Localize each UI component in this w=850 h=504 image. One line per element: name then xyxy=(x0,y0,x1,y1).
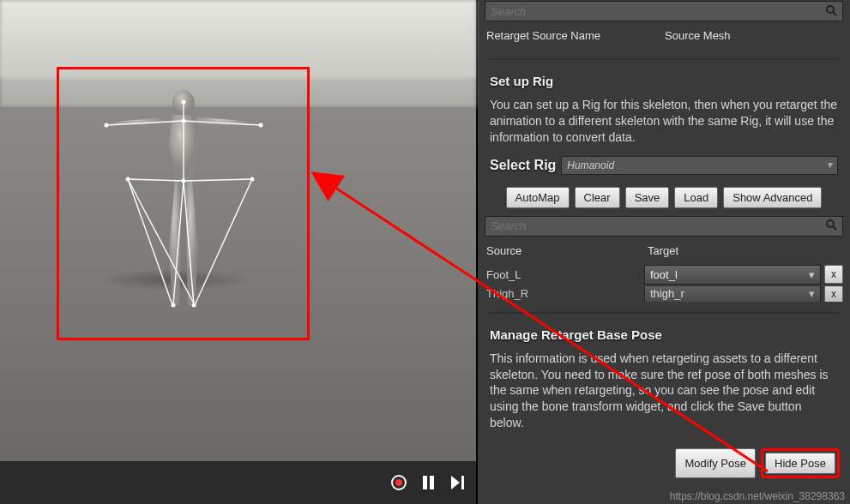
search-icon xyxy=(825,219,837,233)
svg-point-16 xyxy=(250,177,254,182)
record-button[interactable] xyxy=(390,474,407,491)
svg-point-12 xyxy=(181,119,185,123)
save-button[interactable]: Save xyxy=(625,187,670,208)
retarget-source-headers: Retarget Source Name Source Mesh xyxy=(478,23,850,48)
pause-button[interactable] xyxy=(419,474,437,491)
svg-point-17 xyxy=(181,179,185,183)
select-rig-label: Select Rig xyxy=(490,158,556,173)
automap-button[interactable]: AutoMap xyxy=(506,187,570,208)
retarget-source-search[interactable] xyxy=(491,5,825,18)
viewport[interactable] xyxy=(0,0,478,504)
setup-rig-title: Set up Rig xyxy=(478,70,850,92)
manage-pose-description: This information is used when retargetin… xyxy=(478,345,850,436)
mapping-source: Thigh_R xyxy=(485,286,641,302)
pose-button-row: Modify Pose Hide Pose xyxy=(478,445,850,482)
highlight-viewport-box xyxy=(57,67,310,340)
rig-button-row: AutoMap Clear Save Load Show Advanced xyxy=(478,180,850,215)
svg-point-15 xyxy=(125,177,130,182)
select-rig-dropdown[interactable]: Humanoid xyxy=(561,156,838,175)
svg-line-7 xyxy=(184,179,252,181)
setup-rig-description: You can set up a Rig for this skeleton, … xyxy=(478,92,850,151)
mapping-headers: Source Target xyxy=(478,238,850,263)
load-button[interactable]: Load xyxy=(674,187,718,208)
header-target[interactable]: Target xyxy=(639,242,850,260)
header-source[interactable]: Source xyxy=(478,242,639,260)
svg-point-22 xyxy=(827,220,834,227)
header-source-mesh[interactable]: Source Mesh xyxy=(656,27,850,45)
viewport-controls xyxy=(0,461,476,504)
svg-point-11 xyxy=(181,100,185,105)
mapping-clear-button[interactable]: x xyxy=(824,286,843,302)
manage-pose-title: Manage Retarget Base Pose xyxy=(478,324,850,345)
svg-line-23 xyxy=(833,226,836,230)
hide-pose-button[interactable]: Hide Pose xyxy=(765,453,835,474)
highlight-hide-pose: Hide Pose xyxy=(761,448,840,478)
svg-point-14 xyxy=(258,123,262,128)
skeleton-mesh[interactable] xyxy=(68,78,299,335)
mapping-source: Foot_L xyxy=(485,265,641,285)
details-panel: Retarget Source Name Source Mesh Set up … xyxy=(478,0,850,504)
search-icon xyxy=(825,4,837,19)
mapping-row: Thigh_R thigh_r x xyxy=(478,286,850,302)
mapping-search-input[interactable] xyxy=(491,219,825,232)
svg-line-9 xyxy=(195,179,252,305)
mapping-search-row[interactable] xyxy=(485,216,843,237)
mapping-row: Foot_L foot_l x xyxy=(478,263,850,286)
divider xyxy=(488,58,840,60)
search-input-row[interactable] xyxy=(485,1,843,21)
mapping-target-dropdown[interactable]: thigh_r xyxy=(644,286,821,302)
svg-point-19 xyxy=(191,303,196,308)
svg-line-21 xyxy=(833,12,836,15)
svg-point-20 xyxy=(827,6,834,13)
divider xyxy=(488,312,840,314)
watermark: https://blog.csdn.net/weixin_38298363 xyxy=(670,490,845,502)
show-advanced-button[interactable]: Show Advanced xyxy=(723,187,822,208)
mapping-target-dropdown[interactable]: foot_l xyxy=(644,265,821,285)
svg-point-18 xyxy=(171,303,175,308)
header-retarget-source-name[interactable]: Retarget Source Name xyxy=(478,27,656,45)
clear-button[interactable]: Clear xyxy=(575,187,620,208)
mapping-clear-button[interactable]: x xyxy=(824,265,843,284)
svg-line-8 xyxy=(128,179,172,305)
step-button[interactable] xyxy=(449,474,466,491)
modify-pose-button[interactable]: Modify Pose xyxy=(675,448,756,478)
svg-point-13 xyxy=(104,123,108,128)
